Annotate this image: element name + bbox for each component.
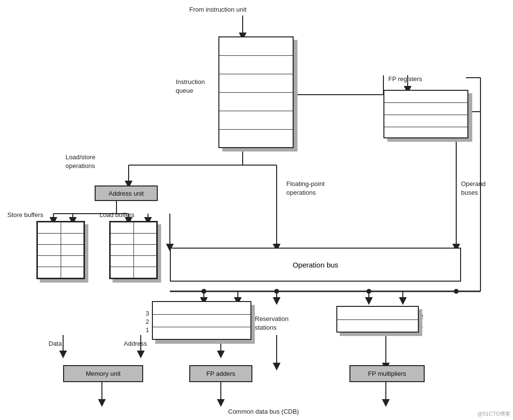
svg-point-22 (201, 289, 206, 294)
common-data-bus-label: Common data bus (CDB) (228, 408, 299, 415)
address-label: Address (124, 340, 147, 347)
watermark: @51CTO博客 (478, 410, 511, 418)
diagram: From instruction unit Instructionqueue F… (0, 0, 513, 420)
fp-adders-box: FP adders (189, 365, 252, 382)
svg-point-24 (366, 289, 371, 294)
num-1-left-label: 1 (146, 326, 149, 334)
operation-bus-box: Operation bus (170, 248, 461, 282)
instruction-queue-box (218, 36, 294, 148)
address-unit-box: Address unit (95, 185, 158, 201)
load-buffers-label: Load buffers (99, 211, 134, 218)
load-buffers-grid (109, 221, 158, 279)
res-stations-left-box (152, 301, 251, 340)
reservation-stations-label: Reservationstations (255, 315, 288, 332)
floating-point-ops-label: Floating-pointoperations (286, 180, 325, 197)
fp-registers-label: FP registers (388, 75, 422, 83)
num-3-label: 3 (146, 310, 149, 317)
instruction-queue-label: Instructionqueue (176, 78, 205, 95)
fp-multipliers-box: FP multipliers (349, 365, 425, 382)
data-label: Data (49, 340, 62, 347)
from-instruction-unit-label: From instruction unit (189, 6, 247, 13)
store-buffers-grid (36, 221, 85, 279)
num-2-left-label: 2 (146, 318, 149, 325)
store-buffers-label: Store buffers (7, 211, 43, 218)
svg-point-23 (274, 289, 279, 294)
fp-registers-box (383, 90, 468, 138)
svg-point-25 (454, 289, 459, 294)
res-stations-right-box (336, 306, 419, 333)
memory-unit-box: Memory unit (63, 365, 143, 382)
load-store-label: Load/storeoperations (66, 153, 95, 170)
operand-buses-label: Operandbuses (461, 180, 486, 197)
